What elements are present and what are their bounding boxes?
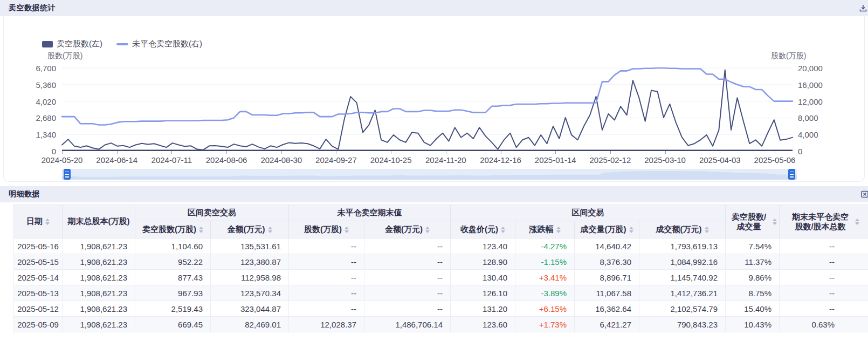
table-cell: 130.40 xyxy=(451,270,515,285)
x-axis-label: 2025-01-14 xyxy=(535,155,576,165)
table-cell: 952.22 xyxy=(135,254,211,270)
table-cell: 1,486,706.14 xyxy=(364,317,451,332)
x-axis-label: 2024-09-27 xyxy=(315,155,357,165)
table-cell: -- xyxy=(364,238,451,254)
table-cell: -1.15% xyxy=(515,254,575,270)
table-cell: 123.40 xyxy=(451,238,515,254)
sort-icon xyxy=(773,219,777,225)
table-cell: 2,519.43 xyxy=(135,301,211,317)
sort-icon xyxy=(855,219,859,225)
axis-tick-mark xyxy=(62,151,63,154)
table-cell: 1,104.60 xyxy=(135,238,211,254)
axis-tick-label: 16,000 xyxy=(798,81,823,89)
axis-tick-mark xyxy=(281,151,282,154)
download-icon[interactable] xyxy=(859,4,867,12)
table-cell: -- xyxy=(780,270,868,285)
table-cell: 11,067.58 xyxy=(575,285,639,301)
column-header-short-amount[interactable]: 金额(万元) xyxy=(211,221,289,238)
x-axis-label: 2025-02-12 xyxy=(590,155,631,165)
chart-card: 卖空股数(左) 未平仓卖空股数(右) 股数(万股) 股数(万股) 6,7005,… xyxy=(0,16,868,182)
axis-tick-label: 4,000 xyxy=(798,131,818,139)
table-cell: 1,908,621.23 xyxy=(63,270,135,285)
short-selling-page: 卖空数据统计 卖空股数(左) 未平仓卖空股数(右) 股数(万股) 股数(万股) … xyxy=(0,0,868,341)
table-cell: 7.54% xyxy=(726,238,780,254)
table-section-header: 明细数据 xyxy=(0,186,868,202)
x-axis-label: 2024-07-11 xyxy=(151,155,192,165)
group-header-short-trading: 区间卖空交易 xyxy=(135,205,289,221)
column-header-close-price[interactable]: 收盘价(元) xyxy=(451,221,515,238)
column-header-short-shares[interactable]: 卖空股数(万股) xyxy=(135,221,211,238)
table-cell: -- xyxy=(289,285,364,301)
x-axis: 2024-05-202024-06-142024-07-112024-08-06… xyxy=(0,151,868,167)
right-axis-ticks: 20,00016,00012,0008,0004,0000 xyxy=(798,68,836,151)
axis-tick-mark xyxy=(501,151,501,154)
chart-legend: 卖空股数(左) 未平仓卖空股数(右) xyxy=(42,39,202,49)
table-cell: 6,421.27 xyxy=(575,317,639,332)
legend-label: 未平仓卖空股数(右) xyxy=(132,39,202,49)
sort-icon xyxy=(199,227,203,233)
table-cell: 877.43 xyxy=(135,270,211,285)
axis-tick-label: 2,680 xyxy=(0,114,56,122)
table-cell: 323,044.87 xyxy=(211,301,289,317)
table-cell: -4.27% xyxy=(515,238,575,254)
data-zoom-slider[interactable] xyxy=(62,169,797,180)
data-zoom-handle-right[interactable] xyxy=(788,169,795,180)
table-cell: 112,958.98 xyxy=(211,270,289,285)
sort-icon xyxy=(556,227,561,233)
table-cell: -- xyxy=(364,254,451,270)
column-header-change-percent[interactable]: 涨跌幅 xyxy=(515,221,575,238)
excel-export-icon[interactable] xyxy=(860,190,868,199)
axis-tick-mark xyxy=(391,151,391,154)
axis-tick-mark xyxy=(775,151,775,154)
chart-section-title: 卖空数据统计 xyxy=(9,3,56,13)
column-header-open-shares[interactable]: 股数(万股) xyxy=(289,221,364,238)
column-header-volume[interactable]: 成交量(万股) xyxy=(575,221,639,238)
group-header-interval-trading: 区间交易 xyxy=(451,205,726,221)
sort-icon xyxy=(45,219,50,225)
axis-tick-label: 5,360 xyxy=(0,81,56,89)
table-cell: 8,376.30 xyxy=(575,254,639,270)
legend-label: 卖空股数(左) xyxy=(57,39,102,49)
sort-icon xyxy=(705,227,709,233)
axis-tick-mark xyxy=(226,151,227,154)
group-header-open-interest: 未平仓卖空期末值 xyxy=(289,205,451,221)
x-axis-label: 2024-08-06 xyxy=(206,155,247,165)
table-cell: 82,469.01 xyxy=(211,317,289,332)
table-row: 2025-05-091,908,621.23669.4582,469.0112,… xyxy=(14,317,868,332)
table-cell: 123.60 xyxy=(451,317,515,332)
left-axis-ticks: 6,7005,3604,0202,6801,3400 xyxy=(0,68,56,151)
axis-tick-mark xyxy=(720,151,720,154)
column-header-open-amount[interactable]: 金额(万元) xyxy=(364,221,451,238)
table-cell: 14,640.42 xyxy=(575,238,639,254)
table-cell: 2025-05-16 xyxy=(14,238,63,254)
column-header-turnover[interactable]: 成交额(万元) xyxy=(639,221,726,238)
chart-plot-area xyxy=(62,68,793,151)
table-cell: +1.73% xyxy=(515,317,575,332)
right-axis-title: 股数(万股) xyxy=(771,51,806,61)
table-cell: 126.10 xyxy=(451,285,515,301)
axis-tick-label: 1,340 xyxy=(0,131,56,139)
table-cell: 2025-05-09 xyxy=(14,317,63,332)
table-cell: 1,908,621.23 xyxy=(63,285,135,301)
sort-icon xyxy=(425,227,430,233)
legend-item-short-shares[interactable]: 卖空股数(左) xyxy=(42,39,102,49)
table-cell: 9.86% xyxy=(726,270,780,285)
sort-icon xyxy=(268,227,272,233)
left-axis-title: 股数(万股) xyxy=(47,51,82,61)
axis-tick-mark xyxy=(555,151,556,154)
table-cell: 15.40% xyxy=(726,301,780,317)
column-header-date[interactable]: 日期 xyxy=(14,205,63,238)
column-header-short-to-volume[interactable]: 卖空股数/成交量 xyxy=(726,205,780,238)
table-cell: -- xyxy=(289,270,364,285)
table-cell: -- xyxy=(780,238,868,254)
table-cell: -- xyxy=(289,254,364,270)
data-zoom-handle-left[interactable] xyxy=(64,169,71,180)
chart-svg xyxy=(62,68,793,151)
table-cell: 1,412,736.21 xyxy=(639,285,726,301)
table-row: 2025-05-151,908,621.23952.22123,380.87--… xyxy=(14,254,868,270)
table-row: 2025-05-121,908,621.232,519.43323,044.87… xyxy=(14,301,868,317)
x-axis-label: 2024-05-20 xyxy=(42,155,83,165)
legend-item-open-shares[interactable]: 未平仓卖空股数(右) xyxy=(116,39,202,49)
column-header-open-to-equity[interactable]: 期末未平仓卖空股数/股本总数 xyxy=(780,205,868,238)
table-cell: 790,843.23 xyxy=(639,317,726,332)
